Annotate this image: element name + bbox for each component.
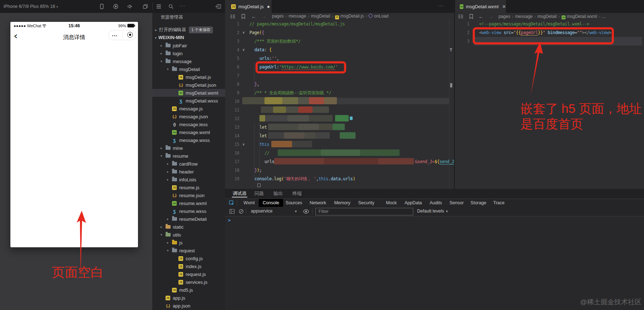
tree-item-label: message.less (179, 122, 207, 127)
expand-icon[interactable]: ▸ (167, 178, 172, 181)
tree-item-label: message.js (179, 106, 203, 111)
line-number: 4 (225, 46, 239, 54)
close-tab-icon[interactable]: ✕ (502, 4, 506, 9)
devtools-tab-Network[interactable]: Network (306, 199, 330, 207)
phone-icon[interactable] (99, 4, 105, 9)
console-sidebar-icon[interactable] (229, 209, 235, 214)
tree-item-app.json[interactable]: {..}app.json (152, 302, 233, 310)
tree-item-utils[interactable]: ▾utils (152, 231, 233, 239)
expand-icon[interactable]: ▸ (167, 217, 172, 221)
tree-item-login[interactable]: ▸login (152, 49, 233, 57)
editor-actions-icon[interactable]: ··· (438, 3, 444, 8)
split-editor-icon[interactable] (215, 4, 221, 9)
list-icon[interactable] (156, 4, 162, 9)
inspect-icon[interactable] (229, 200, 234, 206)
redacted-block (350, 116, 353, 120)
redacted-block (298, 124, 319, 130)
editor-msgdetail-wxml[interactable]: ← → pages›message›msgDetail›<>msgDetail.… (455, 13, 644, 189)
line-number: 5 (225, 54, 239, 63)
levels-selector[interactable]: Default levels ▼ (417, 209, 448, 214)
fold-icon[interactable]: ∨ (242, 140, 245, 149)
editor-msgdetail-js[interactable]: ← → pages›message›msgDetail›JSmsgDetail.… (225, 13, 454, 189)
tree-item-label: app.js (173, 295, 185, 301)
tree-item-label: message (173, 59, 192, 64)
js-file-icon: JS (178, 280, 183, 285)
tree-item-resume[interactable]: ▾resume (152, 152, 233, 160)
redacted-block (340, 132, 356, 139)
devtools-tab-Audits[interactable]: Audits (425, 199, 447, 207)
redacted-block (321, 149, 360, 156)
tree-item-mine[interactable]: ▸mine (152, 144, 233, 152)
expand-icon[interactable]: ▸ (167, 170, 172, 173)
context-selector[interactable]: appservice (251, 209, 272, 214)
expand-icon[interactable]: ▸ (167, 162, 172, 166)
expand-icon[interactable]: ▾ (161, 59, 165, 63)
tree-item-static[interactable]: ▸static (152, 223, 233, 231)
wxss-file-icon: ʒ (172, 209, 177, 214)
line-number: 6 (225, 63, 239, 71)
tab-msgdetail-wxml[interactable]: <> msgDetail.wxml ✕ (455, 0, 506, 13)
devtools-tab-Console[interactable]: Console (259, 199, 283, 207)
panel-tab-问题[interactable]: 问题 (254, 189, 264, 198)
context-dropdown-icon[interactable]: ▼ (294, 210, 297, 213)
tab-msgdetail-js[interactable]: JS msgDetail.js ● (225, 0, 272, 13)
fold-icon[interactable]: ∨ (242, 28, 245, 37)
devtools-tab-Sources[interactable]: Sources (282, 199, 306, 207)
line-number: 7 (225, 71, 239, 80)
record-icon[interactable] (113, 4, 119, 9)
battery-icon (127, 24, 135, 28)
expand-icon[interactable]: ▸ (167, 241, 172, 244)
line-number: 10 (225, 97, 239, 106)
expand-icon[interactable]: ▾ (161, 154, 165, 158)
unsaved-dot-icon[interactable]: ● (267, 4, 270, 9)
tree-item-jobFair[interactable]: ▸jobFair (152, 42, 233, 49)
filter-input[interactable]: Filter (315, 208, 413, 215)
eye-icon[interactable] (303, 209, 309, 214)
folder-icon (172, 177, 177, 182)
expand-icon[interactable]: ▸ (161, 52, 165, 55)
panel-tab-输出[interactable]: 输出 (273, 189, 283, 198)
watermark: @稀土掘金技术社区 (580, 297, 641, 307)
more-icon[interactable]: ··· (180, 3, 185, 8)
console-prompt[interactable]: > (228, 218, 231, 223)
panel-tab-终端[interactable]: 终端 (292, 189, 302, 198)
debugger-panel: 调试器问题输出终端 WxmlConsoleSourcesNetworkMemor… (225, 189, 644, 310)
expand-icon[interactable]: ▸ (161, 44, 165, 47)
capsule-more-icon[interactable]: ••• (112, 34, 118, 38)
device-selector[interactable]: iPhone 6/7/8 Plus 85% 16 ▾ (4, 0, 58, 13)
mute-icon[interactable] (127, 4, 133, 9)
redacted-block (324, 158, 378, 164)
devtools-tab-Storage[interactable]: Storage (466, 199, 491, 207)
clear-console-icon[interactable] (239, 209, 244, 214)
expand-icon[interactable]: ▾ (167, 249, 172, 252)
code-line-8: }, (254, 80, 259, 89)
tree-item-app.js[interactable]: JSapp.js (152, 294, 233, 302)
fold-icon[interactable]: ∨ (242, 46, 245, 54)
explorer-sidebar: 资源管理器 ▸ 打开的编辑器 1 个未保存 ▾ WEIXIN-MIN ▸jobF… (152, 13, 225, 310)
panel-tab-调试器[interactable]: 调试器 (233, 189, 247, 198)
tree-item-label: static (173, 224, 183, 230)
tree-item-label: message.json (179, 114, 208, 119)
devtools-tab-Trace[interactable]: Trace (489, 199, 509, 207)
capsule-close-icon[interactable] (127, 32, 133, 38)
windows-icon[interactable] (143, 4, 148, 9)
redacted-block (265, 115, 287, 121)
devtools-tab-AppData[interactable]: AppData (401, 199, 426, 207)
devtools-tab-Mock[interactable]: Mock (383, 199, 400, 207)
devtools-tab-Wxml[interactable]: Wxml (241, 199, 257, 207)
tree-item-message[interactable]: ▾message (152, 57, 233, 65)
expand-icon[interactable]: ▾ (161, 233, 165, 237)
search-icon[interactable] (168, 4, 174, 9)
tree-item-label: request (179, 248, 195, 253)
redacted-block (309, 97, 324, 104)
devtools-tab-Security[interactable]: Security (353, 199, 380, 207)
devtools-tab-Memory[interactable]: Memory (331, 199, 353, 207)
folder-icon (165, 153, 171, 159)
expand-icon[interactable]: ▸ (161, 146, 165, 150)
tree-item-label: config.js (186, 256, 203, 261)
devtools-tab-Sensor[interactable]: Sensor (446, 199, 468, 207)
expand-icon[interactable]: ▾ (167, 67, 172, 71)
code-line-19: console.log('聊天的详情， ',this.data.urls) (254, 175, 355, 183)
js-file-icon: JS (231, 4, 236, 9)
expand-icon[interactable]: ▸ (161, 225, 165, 229)
